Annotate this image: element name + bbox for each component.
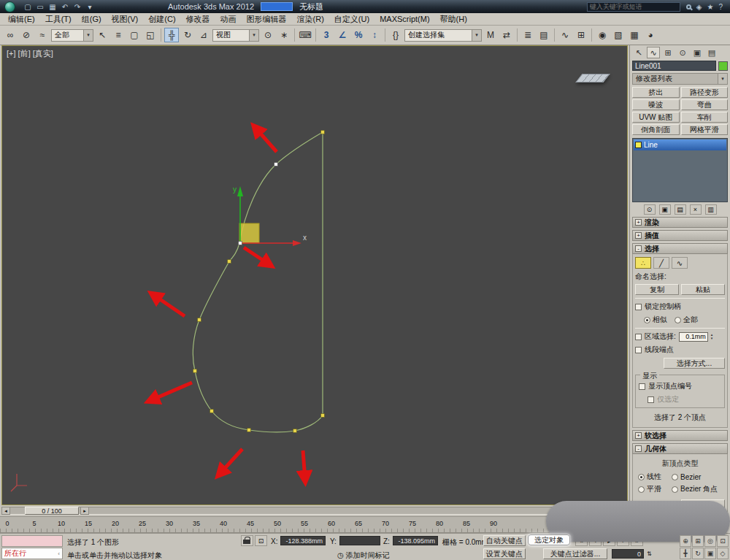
redo-icon[interactable]: ↷ [72,3,82,11]
zoom-all-icon[interactable]: ⊞ [692,535,704,547]
use-pivot-center-icon[interactable]: ⊙ [261,28,275,42]
lathe-button[interactable]: 车削 [681,112,729,123]
open-file-icon[interactable]: ▭ [35,3,45,11]
menu-modifiers[interactable]: 修改器 [181,14,215,25]
previous-frame-icon[interactable]: ◂ [1,507,10,515]
object-name-field[interactable] [632,61,716,71]
favorites-icon[interactable]: ★ [707,3,713,11]
menu-customize[interactable]: 自定义(U) [329,14,374,25]
selected-objects-button[interactable]: 选定对象 [528,534,570,545]
current-frame-field[interactable] [612,549,644,559]
menu-help[interactable]: 帮助(H) [435,14,472,25]
viewport-label[interactable]: [+] [前] [真实] [7,48,53,59]
menu-group[interactable]: 组(G) [77,14,107,25]
material-editor-icon[interactable]: ◉ [595,28,610,42]
tab-utilities-icon[interactable]: ▤ [705,47,718,58]
front-viewport[interactable]: [+] [前] [真实] y [1,45,628,505]
rollout-selection[interactable]: - 选择 [632,243,728,254]
y-coord-field[interactable] [339,536,380,545]
save-file-icon[interactable]: ▦ [47,3,58,11]
reference-coordinate-dropdown[interactable]: 视图 ▾ [212,29,259,42]
maximize-viewport-icon[interactable]: ▣ [704,548,716,559]
search-icon[interactable] [686,4,691,9]
spinner-arrows-icon[interactable]: ▴▾ [711,333,713,340]
copy-button[interactable]: 复制 [635,284,679,295]
ribbon-toggle-icon[interactable]: ▤ [537,28,551,42]
stack-item-line[interactable]: Line [634,139,726,150]
pan-icon[interactable]: ╋ [680,548,691,559]
named-selection-sets-dropdown[interactable]: 创建选择集 ▾ [404,29,482,42]
zoom-extents-icon[interactable]: ◎ [704,535,716,547]
help-icon[interactable]: ? [718,3,723,11]
select-object-icon[interactable]: ↖ [95,28,110,42]
area-selection-checkbox[interactable] [635,334,642,340]
remove-modifier-icon[interactable]: × [690,204,702,215]
selected-only-checkbox[interactable] [648,396,654,403]
set-key-button[interactable]: 设置关键点 [483,548,526,559]
spline-subobject-icon[interactable]: ∿ [672,257,688,269]
bezier-radio[interactable] [672,474,678,480]
lock-handles-checkbox[interactable] [635,304,642,310]
orbit-icon[interactable]: ↻ [692,548,704,559]
zoom-region-icon[interactable]: ⊡ [717,535,729,547]
uvw-map-button[interactable]: UVW 贴图 [632,112,680,123]
show-end-result-icon[interactable]: ▣ [659,204,671,215]
z-coord-field[interactable] [393,536,438,545]
rollout-geometry[interactable]: - 几何体 [632,443,728,454]
menu-create[interactable]: 创建(C) [143,14,180,25]
viewport-canvas[interactable]: y x [2,46,627,505]
bevel-profile-button[interactable]: 倒角剖面 [632,124,680,135]
absolute-offset-toggle[interactable]: ⊡ [255,535,267,546]
area-selection-value[interactable] [679,332,708,342]
menu-graph-editors[interactable]: 图形编辑器 [242,14,292,25]
modifier-stack[interactable]: Line [632,138,728,202]
maxscript-mini-listener[interactable]: 所在行 ‹ [1,548,63,559]
x-coord-field[interactable] [280,536,326,545]
menu-edit[interactable]: 编辑(E) [3,14,40,25]
pin-stack-icon[interactable]: ⊙ [644,204,656,215]
modifier-list-dropdown[interactable]: 修改器列表 ▾ [632,73,728,85]
infocenter-search-input[interactable] [587,2,680,12]
schematic-view-icon[interactable]: ⊞ [574,28,588,42]
tab-modify-icon[interactable]: ∿ [647,47,660,58]
select-and-scale-icon[interactable]: ⊿ [196,28,211,42]
key-filters-button[interactable]: 关键点过滤器... [543,548,607,559]
edit-named-sets-icon[interactable]: {} [388,28,403,42]
field-of-view-icon[interactable]: ◇ [717,548,729,559]
bezier-corner-radio[interactable] [672,486,678,493]
select-and-manipulate-icon[interactable]: ∗ [277,28,291,42]
rollout-interpolation[interactable]: + 插值 [632,230,728,241]
add-time-tag[interactable]: ◷ 添加时间标记 [337,551,390,560]
linear-radio[interactable] [638,474,645,480]
angle-snap-icon[interactable]: ∠ [335,28,350,42]
selection-region-icon[interactable]: ▢ [127,28,142,42]
undo-icon[interactable]: ↶ [60,3,70,11]
select-and-rotate-icon[interactable]: ↻ [180,28,195,42]
select-by-button[interactable]: 选择方式... [664,358,725,369]
tab-create-icon[interactable]: ↖ [632,47,645,58]
menu-animation[interactable]: 动画 [215,14,242,25]
frame-spinner-icon[interactable]: ⇅ [647,551,652,557]
mirror-icon[interactable]: M [483,28,498,42]
communication-center-icon[interactable]: ◈ [696,3,702,11]
smooth-radio[interactable] [638,486,645,493]
noise-button[interactable]: 噪波 [632,99,680,110]
rendered-frame-icon[interactable]: ▦ [627,28,642,42]
percent-snap-icon[interactable]: % [351,28,366,42]
alike-radio[interactable] [644,317,650,323]
tab-hierarchy-icon[interactable]: ⊞ [661,47,675,58]
quick-render-icon[interactable]: ◕ [643,28,658,42]
select-and-move-icon[interactable]: ╬ [164,28,179,42]
menu-views[interactable]: 视图(V) [107,14,144,25]
select-by-name-icon[interactable]: ≡ [111,28,126,42]
all-radio[interactable] [675,317,681,323]
new-file-icon[interactable]: ▢ [23,3,33,11]
bind-to-space-warp-icon[interactable]: ≈ [35,28,50,42]
tab-motion-icon[interactable]: ⊙ [676,47,689,58]
menu-tools[interactable]: 工具(T) [40,14,77,25]
track-bar[interactable]: 0 5 10 15 20 25 30 35 40 45 50 55 60 65 … [0,517,629,533]
configure-modifier-sets-icon[interactable]: ▥ [705,204,717,215]
paste-button[interactable]: 粘贴 [681,284,725,295]
select-and-link-icon[interactable]: ∞ [3,28,18,42]
render-setup-icon[interactable]: ▧ [611,28,626,42]
